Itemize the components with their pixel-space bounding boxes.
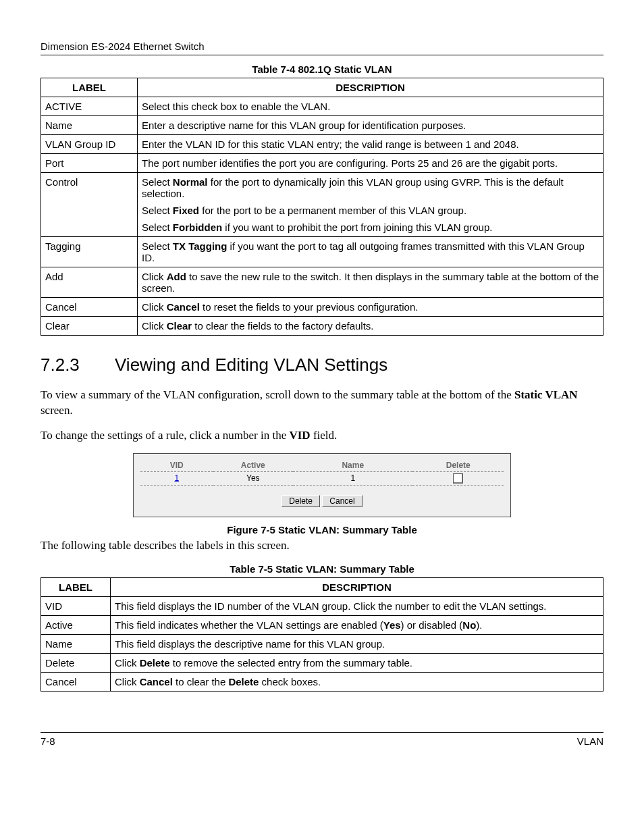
col-label: LABEL bbox=[41, 578, 111, 597]
col-label: LABEL bbox=[41, 78, 138, 97]
table-row: DeleteClick Delete to remove the selecte… bbox=[41, 654, 603, 673]
table-row: ACTIVESelect this check box to enable th… bbox=[41, 97, 603, 116]
running-header: Dimension ES-2024 Ethernet Switch bbox=[41, 41, 603, 55]
sum-col-active: Active bbox=[213, 459, 293, 472]
description-cell: Select TX Tagging if you want the port t… bbox=[138, 237, 603, 267]
cancel-button[interactable]: Cancel bbox=[322, 495, 362, 507]
table-row: AddClick Add to save the new rule to the… bbox=[41, 267, 603, 298]
table-7-4: LABEL DESCRIPTION ACTIVESelect this chec… bbox=[41, 78, 603, 336]
name-cell: 1 bbox=[293, 471, 413, 485]
table-row: CancelClick Cancel to clear the Delete c… bbox=[41, 673, 603, 692]
description-cell: Click Clear to clear the fields to the f… bbox=[138, 317, 603, 336]
label-cell: Name bbox=[41, 116, 138, 135]
para-1: To view a summary of the VLAN configurat… bbox=[41, 388, 603, 419]
table-row: ClearClick Clear to clear the fields to … bbox=[41, 317, 603, 336]
label-cell: Clear bbox=[41, 317, 138, 336]
label-cell: Control bbox=[41, 173, 138, 237]
description-cell: This field displays the ID number of the… bbox=[111, 597, 603, 616]
para-3: The following table describes the labels… bbox=[41, 538, 603, 554]
summary-row: 1 Yes 1 bbox=[140, 471, 504, 485]
figure-7-5-screenshot: VID Active Name Delete 1 Yes 1 Delete Ca… bbox=[133, 453, 511, 517]
label-cell: VLAN Group ID bbox=[41, 135, 138, 154]
active-cell: Yes bbox=[213, 471, 293, 485]
description-cell: This field indicates whether the VLAN se… bbox=[111, 616, 603, 635]
table-row: TaggingSelect TX Tagging if you want the… bbox=[41, 237, 603, 267]
summary-table: VID Active Name Delete 1 Yes 1 bbox=[140, 459, 504, 486]
section-number: 7.2.3 bbox=[41, 355, 115, 375]
footer-section: VLAN bbox=[577, 735, 603, 747]
description-cell: The port number identifies the port you … bbox=[138, 154, 603, 173]
sum-col-name: Name bbox=[293, 459, 413, 472]
label-cell: Port bbox=[41, 154, 138, 173]
col-description: DESCRIPTION bbox=[111, 578, 603, 597]
label-cell: Add bbox=[41, 267, 138, 298]
section-title: Viewing and Editing VLAN Settings bbox=[115, 355, 387, 375]
description-cell: Enter the VLAN ID for this static VLAN e… bbox=[138, 135, 603, 154]
description-cell: Click Cancel to reset the fields to your… bbox=[138, 298, 603, 317]
table-7-5: LABEL DESCRIPTION VIDThis field displays… bbox=[41, 577, 603, 692]
col-description: DESCRIPTION bbox=[138, 78, 603, 97]
table-row: NameEnter a descriptive name for this VL… bbox=[41, 116, 603, 135]
section-heading: 7.2.3Viewing and Editing VLAN Settings bbox=[41, 355, 603, 375]
sum-col-delete: Delete bbox=[412, 459, 504, 472]
label-cell: Cancel bbox=[41, 673, 111, 692]
description-cell: Enter a descriptive name for this VLAN g… bbox=[138, 116, 603, 135]
label-cell: VID bbox=[41, 597, 111, 616]
label-cell: Active bbox=[41, 616, 111, 635]
table-row: NameThis field displays the descriptive … bbox=[41, 635, 603, 654]
sum-col-vid: VID bbox=[140, 459, 213, 472]
table-row: ControlSelect Normal for the port to dyn… bbox=[41, 173, 603, 237]
label-cell: Tagging bbox=[41, 237, 138, 267]
vid-link[interactable]: 1 bbox=[174, 473, 179, 483]
label-cell: Cancel bbox=[41, 298, 138, 317]
page-number: 7-8 bbox=[41, 735, 55, 747]
label-cell: Name bbox=[41, 635, 111, 654]
description-cell: This field displays the descriptive name… bbox=[111, 635, 603, 654]
description-cell: Click Add to save the new rule to the sw… bbox=[138, 267, 603, 298]
figure-7-5-caption: Figure 7-5 Static VLAN: Summary Table bbox=[41, 524, 603, 536]
label-cell: Delete bbox=[41, 654, 111, 673]
table-7-5-caption: Table 7-5 Static VLAN: Summary Table bbox=[41, 563, 603, 575]
table-row: CancelClick Cancel to reset the fields t… bbox=[41, 298, 603, 317]
description-cell: Select this check box to enable the VLAN… bbox=[138, 97, 603, 116]
para-2: To change the settings of a rule, click … bbox=[41, 428, 603, 444]
delete-checkbox[interactable] bbox=[453, 473, 463, 484]
table-row: PortThe port number identifies the port … bbox=[41, 154, 603, 173]
description-cell: Select Normal for the port to dynamicall… bbox=[138, 173, 603, 237]
page-footer: 7-8 VLAN bbox=[41, 732, 603, 747]
table-row: ActiveThis field indicates whether the V… bbox=[41, 616, 603, 635]
table-row: VLAN Group IDEnter the VLAN ID for this … bbox=[41, 135, 603, 154]
delete-button[interactable]: Delete bbox=[281, 495, 320, 507]
label-cell: ACTIVE bbox=[41, 97, 138, 116]
description-cell: Click Cancel to clear the Delete check b… bbox=[111, 673, 603, 692]
table-7-4-caption: Table 7-4 802.1Q Static VLAN bbox=[41, 63, 603, 75]
description-cell: Click Delete to remove the selected entr… bbox=[111, 654, 603, 673]
table-row: VIDThis field displays the ID number of … bbox=[41, 597, 603, 616]
